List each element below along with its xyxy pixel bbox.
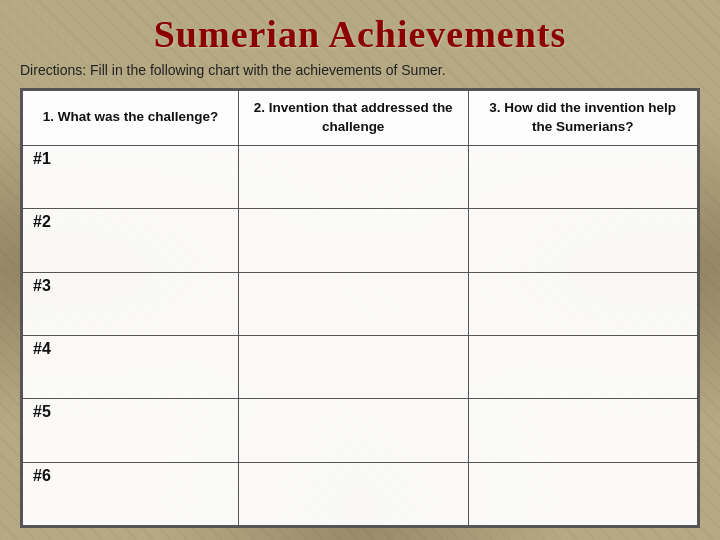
table-row: #5 xyxy=(23,399,698,462)
row-2-col2 xyxy=(239,209,469,272)
row-1-col3 xyxy=(468,145,698,208)
row-4-label: #4 xyxy=(23,335,239,398)
row-1-label: #1 xyxy=(23,145,239,208)
table-row: #4 xyxy=(23,335,698,398)
row-2-col3 xyxy=(468,209,698,272)
table-row: #3 xyxy=(23,272,698,335)
col-header-2: 2. Invention that addressed the challeng… xyxy=(239,91,469,146)
row-5-label: #5 xyxy=(23,399,239,462)
achievements-table-container: 1. What was the challenge? 2. Invention … xyxy=(20,88,700,528)
table-row: #1 xyxy=(23,145,698,208)
row-1-col2 xyxy=(239,145,469,208)
row-4-col3 xyxy=(468,335,698,398)
achievements-table: 1. What was the challenge? 2. Invention … xyxy=(22,90,698,526)
row-4-col2 xyxy=(239,335,469,398)
table-row: #6 xyxy=(23,462,698,525)
col-header-1: 1. What was the challenge? xyxy=(23,91,239,146)
row-3-col2 xyxy=(239,272,469,335)
page-title: Sumerian Achievements xyxy=(20,12,700,56)
row-6-label: #6 xyxy=(23,462,239,525)
row-3-label: #3 xyxy=(23,272,239,335)
row-6-col3 xyxy=(468,462,698,525)
row-2-label: #2 xyxy=(23,209,239,272)
table-row: #2 xyxy=(23,209,698,272)
directions-text: Directions: Fill in the following chart … xyxy=(20,62,700,78)
row-5-col3 xyxy=(468,399,698,462)
col-header-3: 3. How did the invention help the Sumeri… xyxy=(468,91,698,146)
row-3-col3 xyxy=(468,272,698,335)
row-5-col2 xyxy=(239,399,469,462)
row-6-col2 xyxy=(239,462,469,525)
